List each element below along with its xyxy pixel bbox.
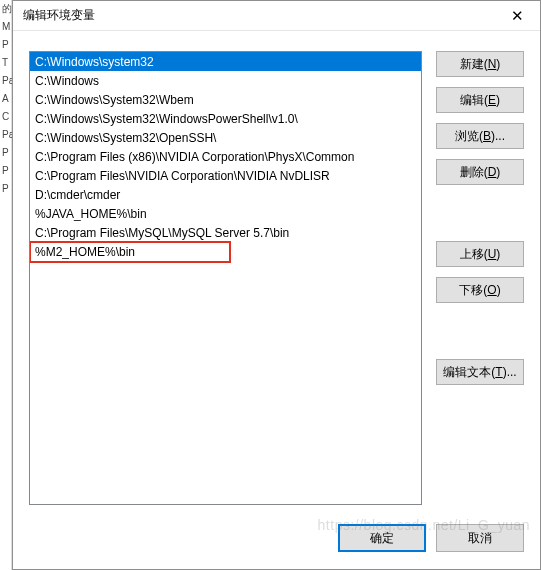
list-item[interactable]: C:\Program Files\NVIDIA Corporation\NVID… [30, 166, 421, 185]
cancel-button[interactable]: 取消 [436, 524, 524, 552]
list-item[interactable]: D:\cmder\cmder [30, 185, 421, 204]
list-item[interactable]: %JAVA_HOME%\bin [30, 204, 421, 223]
dialog-title: 编辑环境变量 [23, 7, 95, 24]
list-item[interactable]: C:\Windows [30, 71, 421, 90]
edit-env-var-dialog: 编辑环境变量 ✕ C:\Windows\system32C:\WindowsC:… [12, 0, 541, 570]
edit-button[interactable]: 编辑(E) [436, 87, 524, 113]
list-item[interactable]: C:\Program Files\MySQL\MySQL Server 5.7\… [30, 223, 421, 242]
path-listbox[interactable]: C:\Windows\system32C:\WindowsC:\Windows\… [29, 51, 422, 505]
browse-button-label: 浏览(B)... [455, 128, 505, 145]
background-window-strip: 的MPTPaACPaPPP [0, 0, 12, 570]
move-down-button-label: 下移(O) [459, 282, 500, 299]
list-item[interactable]: C:\Program Files (x86)\NVIDIA Corporatio… [30, 147, 421, 166]
list-item[interactable]: C:\Windows\System32\WindowsPowerShell\v1… [30, 109, 421, 128]
edit-text-button-label: 编辑文本(T)... [443, 364, 516, 381]
close-icon: ✕ [511, 7, 524, 25]
close-button[interactable]: ✕ [495, 1, 540, 31]
delete-button[interactable]: 删除(D) [436, 159, 524, 185]
edit-text-button[interactable]: 编辑文本(T)... [436, 359, 524, 385]
ok-button-label: 确定 [370, 530, 394, 547]
move-down-button[interactable]: 下移(O) [436, 277, 524, 303]
new-button[interactable]: 新建(N) [436, 51, 524, 77]
delete-button-label: 删除(D) [460, 164, 501, 181]
move-up-button-label: 上移(U) [460, 246, 501, 263]
list-item[interactable]: C:\Windows\System32\Wbem [30, 90, 421, 109]
dialog-content: C:\Windows\system32C:\WindowsC:\Windows\… [13, 31, 540, 517]
titlebar: 编辑环境变量 ✕ [13, 1, 540, 31]
cancel-button-label: 取消 [468, 530, 492, 547]
new-button-label: 新建(N) [460, 56, 501, 73]
move-up-button[interactable]: 上移(U) [436, 241, 524, 267]
ok-button[interactable]: 确定 [338, 524, 426, 552]
list-item[interactable]: %M2_HOME%\bin [30, 242, 421, 261]
dialog-footer: 确定 取消 [13, 517, 540, 569]
button-sidebar: 新建(N) 编辑(E) 浏览(B)... 删除(D) 上移(U) 下移(O) 编… [436, 51, 524, 505]
list-item[interactable]: C:\Windows\system32 [30, 52, 421, 71]
edit-button-label: 编辑(E) [460, 92, 500, 109]
list-item[interactable]: C:\Windows\System32\OpenSSH\ [30, 128, 421, 147]
browse-button[interactable]: 浏览(B)... [436, 123, 524, 149]
